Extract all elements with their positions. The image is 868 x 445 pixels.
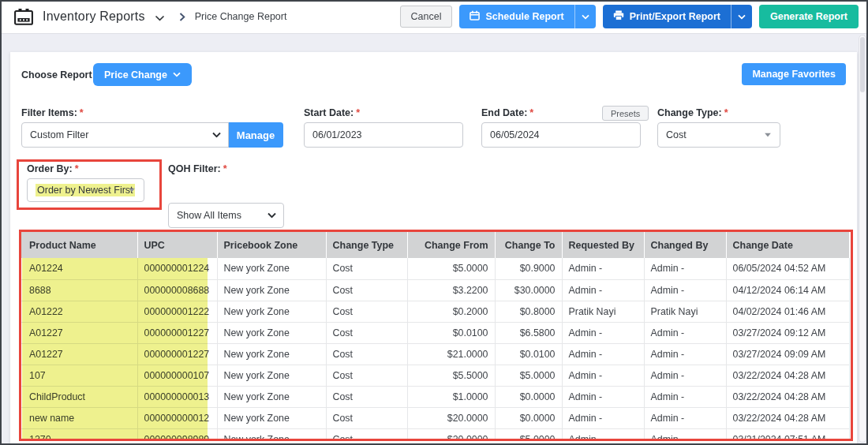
cell-change-type: Cost [326,258,407,279]
cell-change-from: $5.5000 [407,365,495,386]
cell-product-name: 107 [21,365,137,386]
cell-change-type: Cost [326,365,407,386]
column-header-change-from[interactable]: Change From [407,232,495,258]
topbar-actions: Cancel Schedule Report [400,5,859,28]
dropdown-triangle-icon [129,189,135,193]
cell-upc: 000000000107 [137,365,217,386]
column-header-pricebook-zone[interactable]: Pricebook Zone [217,232,326,258]
cell-change-date: 04/12/2024 06:14 AM [726,279,850,301]
column-header-changed-by[interactable]: Changed By [644,232,726,258]
cell-product-name: A01224 [21,258,137,279]
cell-change-from: $21.0000 [407,343,495,365]
change-type-select[interactable]: Cost [657,122,780,148]
end-date-label: End Date:* [481,107,533,118]
cell-changed-by: Admin - [644,258,726,279]
cell-change-from: $20.0000 [407,428,495,441]
calendar-icon [470,10,480,23]
cell-pricebook-zone: New york Zone [217,386,326,407]
column-header-requested-by[interactable]: Requested By [562,232,644,258]
cell-upc: 000000098989 [137,428,217,441]
print-export-button-group: Print/Export Report [603,5,752,28]
cell-pricebook-zone: New york Zone [217,343,326,365]
qoh-filter-select[interactable]: Show All Items [168,203,284,228]
vertical-scrollbar[interactable] [859,35,866,443]
required-asterisk: * [223,163,227,174]
presets-button[interactable]: Presets [602,106,649,121]
required-asterisk: * [529,107,533,118]
schedule-report-label: Schedule Report [485,11,563,22]
cell-change-type: Cost [326,343,407,365]
cell-pricebook-zone: New york Zone [217,301,326,322]
column-header-change-to[interactable]: Change To [495,232,562,258]
cell-change-from: $1.0000 [407,386,495,407]
cell-requested-by: Admin - [562,258,644,279]
report-panel: Choose Report Price Change Manage Favori… [10,52,857,445]
cell-pricebook-zone: New york Zone [217,279,326,301]
manage-filter-button[interactable]: Manage [228,122,283,148]
cell-change-type: Cost [326,386,407,407]
schedule-report-chevron-down-icon[interactable] [574,5,596,28]
cell-requested-by: Admin - [562,365,644,386]
cell-change-to: $0.0000 [495,386,562,407]
cell-change-to: $0.8000 [495,301,562,322]
cancel-button[interactable]: Cancel [400,6,453,28]
column-header-change-date[interactable]: Change Date [726,232,850,258]
table-row: 1270000000098989New york ZoneCost$20.000… [21,428,850,441]
cell-change-from: $3.2200 [407,279,495,301]
column-header-product-name[interactable]: Product Name [21,232,137,258]
cell-change-type: Cost [326,301,407,322]
print-export-report-label: Print/Export Report [630,11,720,22]
order-by-value-highlighted: Order by Newest First [36,184,135,196]
required-asterisk: * [75,163,79,174]
cell-requested-by: Admin - [562,279,644,301]
cell-changed-by: Admin - [644,407,726,428]
cell-changed-by: Admin - [644,428,726,441]
order-by-select[interactable]: Order by Newest First [27,178,144,202]
report-type-dropdown[interactable]: Price Change [93,63,192,86]
cell-change-from: $5.0000 [407,258,495,279]
scrollbar-thumb[interactable] [860,37,865,92]
breadcrumb: Inventory Reports Price Change Report [14,9,286,25]
cell-product-name: A01227 [21,322,137,343]
required-asterisk: * [724,107,728,118]
generate-report-button[interactable]: Generate Report [759,5,859,28]
cell-change-to: $30.0000 [495,279,562,301]
cell-requested-by: Admin - [562,386,644,407]
print-export-chevron-down-icon[interactable] [731,5,752,28]
cell-pricebook-zone: New york Zone [217,407,326,428]
schedule-report-button[interactable]: Schedule Report [459,5,574,28]
cell-change-to: $0.0100 [495,343,562,365]
cell-change-to: $0.9000 [495,258,562,279]
cell-change-type: Cost [326,322,407,343]
table-row: ChildProduct000000000013New york ZoneCos… [21,386,850,407]
cell-requested-by: Admin - [562,428,644,441]
cell-change-to: $6.5800 [495,322,562,343]
table-body: A01224000000001224New york ZoneCost$5.00… [21,258,850,441]
table-row: A01227000000001227New york ZoneCost$0.01… [21,322,850,343]
qoh-filter-label: QOH Filter:* [168,163,227,174]
cell-change-to: $0.0000 [495,407,562,428]
column-header-upc[interactable]: UPC [137,232,217,258]
start-date-input[interactable] [312,129,455,140]
report-switcher-chevron-down-icon[interactable] [155,15,165,21]
column-header-change-type[interactable]: Change Type [326,232,407,258]
end-date-input[interactable] [490,129,632,140]
cell-change-type: Cost [326,279,407,301]
cell-changed-by: Admin - [644,279,726,301]
filter-items-select[interactable]: Custom Filter [21,122,229,148]
cell-upc: 000000008688 [137,279,217,301]
table-row: 8688000000008688New york ZoneCost$3.2200… [21,279,850,301]
cell-product-name: 1270 [21,428,137,441]
breadcrumb-current: Price Change Report [195,11,287,22]
cell-pricebook-zone: New york Zone [217,322,326,343]
cell-change-to: $5.0000 [495,428,562,441]
print-export-report-button[interactable]: Print/Export Report [603,5,731,28]
cell-requested-by: Admin - [562,343,644,365]
chevron-right-icon [179,13,185,21]
report-type-label: Price Change [104,69,167,80]
table-row: 107000000000107New york ZoneCost$5.5000$… [21,365,850,386]
cell-change-date: 04/02/2024 01:46 AM [726,301,850,322]
manage-favorites-button[interactable]: Manage Favorites [742,63,846,85]
dropdown-triangle-icon [765,133,771,137]
cell-product-name: A01222 [21,301,137,322]
